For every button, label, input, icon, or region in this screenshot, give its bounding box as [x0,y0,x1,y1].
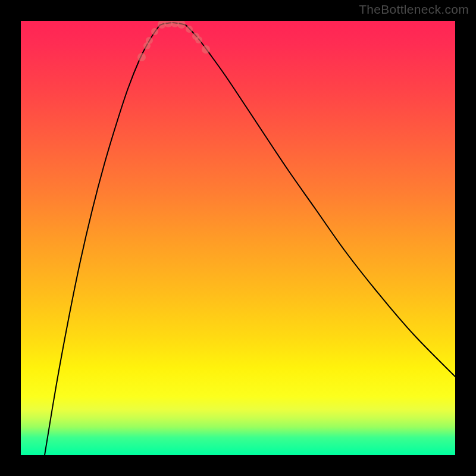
data-marker [137,53,146,61]
data-marker [186,26,193,33]
curve-svg [21,21,455,455]
data-marker [195,36,202,43]
curve-left-branch [45,25,160,455]
curve-right-branch [186,25,455,377]
watermark-text: TheBottleneck.com [359,2,469,17]
plot-area [21,21,455,455]
data-marker [202,45,210,54]
data-marker [151,28,158,35]
data-marker [146,37,153,44]
marker-group [137,21,210,61]
chart-container: TheBottleneck.com [0,0,476,476]
data-marker [177,21,186,29]
